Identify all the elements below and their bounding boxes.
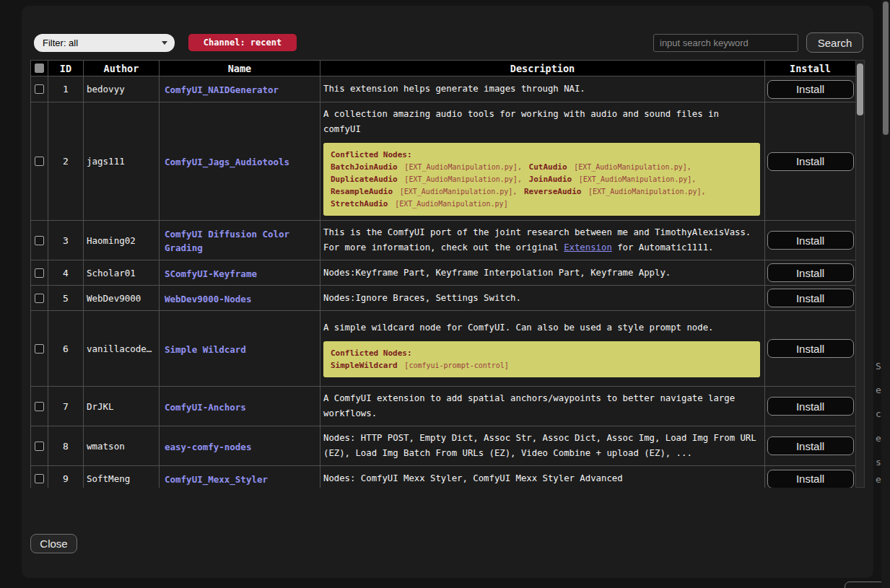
row-checkbox[interactable] [35, 236, 44, 245]
node-name-link[interactable]: ComfyUI Diffusion Color Grading [165, 229, 289, 253]
node-name-link[interactable]: SComfyUI-Keyframe [165, 268, 257, 279]
background-text-fragment: s [876, 457, 881, 468]
row-id: 1 [48, 76, 84, 102]
row-description: Nodes:Ignore Braces, Settings Switch. [320, 286, 765, 311]
conflict-title: Conflicted Nodes: [331, 348, 753, 359]
nodes-table-wrap: ID Author Name Description Install 1 bed… [30, 60, 865, 488]
row-id: 3 [48, 221, 84, 260]
row-checkbox[interactable] [35, 442, 44, 451]
table-row: 9 SoftMeng ComfyUI_Mexx_Styler Nodes: Co… [31, 466, 856, 488]
search-input[interactable] [653, 34, 798, 52]
node-name-link[interactable]: Simple Wildcard [165, 344, 246, 355]
dropdown-caret-icon [162, 41, 167, 45]
table-row: 2 jags111 ComfyUI_Jags_Audiotools A coll… [31, 102, 856, 221]
background-text-fragment: e [876, 474, 881, 485]
filter-select-value: Filter: all [43, 38, 78, 48]
row-checkbox[interactable] [35, 84, 44, 94]
row-checkbox[interactable] [35, 344, 44, 354]
install-button[interactable]: Install [767, 289, 854, 307]
table-scrollbar[interactable] [855, 60, 865, 488]
table-row: 3 Haoming02 ComfyUI Diffusion Color Grad… [31, 221, 856, 260]
row-author: jags111 [84, 102, 160, 221]
node-name-link[interactable]: ComfyUI_Jags_Audiotools [165, 157, 289, 167]
install-button[interactable]: Install [767, 397, 854, 416]
conflicted-nodes-box: Conflicted Nodes: BatchJoinAudio [EXT_Au… [323, 143, 760, 216]
extension-link[interactable]: Extension [564, 242, 612, 253]
install-button[interactable]: Install [767, 339, 854, 358]
table-row: 5 WebDev9000 WebDev9000-Nodes Nodes:Igno… [31, 286, 856, 311]
page-scrollbar[interactable] [881, 0, 890, 588]
row-id: 7 [48, 387, 84, 426]
filter-select[interactable]: Filter: all [34, 34, 175, 52]
background-text-fragment: S [876, 361, 881, 372]
install-button[interactable]: Install [767, 263, 854, 282]
page-scrollbar-thumb[interactable] [883, 1, 889, 135]
close-button[interactable]: Close [30, 534, 77, 553]
install-button[interactable]: Install [767, 436, 854, 455]
row-id: 2 [48, 102, 84, 221]
header-author: Author [84, 61, 160, 76]
row-id: 4 [48, 260, 84, 286]
install-button[interactable]: Install [767, 80, 854, 99]
row-description: A collection amazing audio tools for wor… [320, 102, 765, 221]
node-name-link[interactable]: WebDev9000-Nodes [165, 294, 251, 304]
row-description: Nodes: ComfyUI Mexx Styler, ComfyUI Mexx… [320, 466, 765, 488]
table-header-row: ID Author Name Description Install [31, 61, 856, 76]
custom-nodes-table: ID Author Name Description Install 1 bed… [30, 60, 856, 488]
channel-badge: Channel: recent [188, 34, 297, 51]
row-author: DrJKL [84, 387, 160, 426]
table-row: 8 wmatson easy-comfy-nodes Nodes: HTTP P… [31, 426, 856, 466]
node-name-link[interactable]: ComfyUI_NAIDGenerator [165, 84, 279, 95]
row-description: This extension helps generate images thr… [320, 76, 765, 102]
row-author: Haoming02 [84, 221, 160, 260]
conflict-title: Conflicted Nodes: [331, 149, 753, 160]
header-description: Description [320, 61, 765, 76]
row-description: A simple wildcard node for ComfyUI. Can … [320, 311, 765, 387]
row-checkbox[interactable] [35, 157, 44, 166]
node-name-link[interactable]: easy-comfy-nodes [165, 442, 251, 452]
row-checkbox[interactable] [35, 402, 44, 411]
background-text-fragment: c [876, 408, 881, 419]
table-row: 1 bedovyy ComfyUI_NAIDGenerator This ext… [31, 76, 856, 102]
header-name: Name [160, 61, 320, 76]
node-name-link[interactable]: ComfyUI_Mexx_Styler [165, 474, 268, 485]
table-row: 6 vanillacode… Simple Wildcard A simple … [31, 311, 856, 387]
row-id: 5 [48, 286, 84, 311]
table-scrollbar-thumb[interactable] [857, 63, 863, 115]
row-id: 8 [48, 426, 84, 466]
row-id: 9 [48, 466, 84, 488]
conflicted-nodes-box: Conflicted Nodes: SimpleWildcard [comfyu… [323, 341, 760, 377]
row-author: Scholar01 [84, 260, 160, 286]
custom-nodes-dialog: Filter: all Channel: recent Search ID Au… [22, 6, 873, 578]
background-text-fragment: e [876, 385, 881, 395]
row-author: WebDev9000 [84, 286, 160, 311]
table-row: 4 Scholar01 SComfyUI-Keyframe Nodes:Keyf… [31, 260, 856, 286]
node-name-link[interactable]: ComfyUI-Anchors [165, 402, 246, 413]
search-button[interactable]: Search [806, 32, 863, 53]
row-description: A ComfyUI extension to add spatial ancho… [320, 387, 765, 426]
select-all-checkbox[interactable] [35, 63, 44, 73]
row-description: This is the ComfyUI port of the joint re… [320, 221, 765, 260]
row-author: wmatson [84, 426, 160, 466]
table-row: 7 DrJKL ComfyUI-Anchors A ComfyUI extens… [31, 387, 856, 426]
install-button[interactable]: Install [767, 152, 854, 171]
row-description: Nodes: HTTP POST, Empty Dict, Assoc Str,… [320, 426, 765, 466]
row-author: vanillacode… [84, 311, 160, 387]
header-id: ID [48, 61, 84, 76]
background-text-fragment: e [876, 433, 881, 444]
header-install: Install [765, 61, 856, 76]
row-checkbox[interactable] [35, 474, 44, 483]
row-checkbox[interactable] [35, 268, 44, 278]
row-author: SoftMeng [84, 466, 160, 488]
install-button[interactable]: Install [767, 231, 854, 250]
row-checkbox[interactable] [35, 294, 44, 303]
row-description: Nodes:Keyframe Part, Keyframe Interpolat… [320, 260, 765, 286]
row-id: 6 [48, 311, 84, 387]
row-author: bedovyy [84, 76, 160, 102]
install-button[interactable]: Install [767, 470, 854, 488]
